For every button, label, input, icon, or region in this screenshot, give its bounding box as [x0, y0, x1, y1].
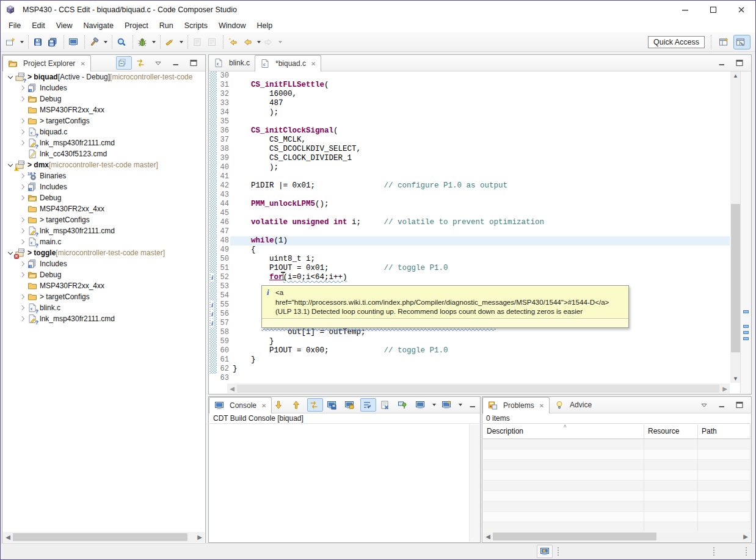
view-menu-button[interactable] — [151, 56, 167, 70]
console-output-area[interactable] — [209, 424, 470, 542]
annotation-ruler[interactable] — [209, 374, 217, 383]
tree-expander-icon[interactable] — [18, 237, 27, 247]
code-text[interactable]: CS_CLOCK_DIVIDER_1 — [230, 154, 730, 163]
menu-edit[interactable]: Edit — [26, 20, 51, 31]
tree-item-msp430fr2xx-4xx[interactable]: MSP430FR2xx_4xx — [3, 203, 205, 214]
collapse-all-button[interactable] — [116, 56, 132, 70]
scroll-up-icon[interactable]: ▲ — [730, 73, 741, 79]
tree-item-toggle[interactable]: CCS✕> toggle [microcontroller-test-code … — [3, 247, 205, 258]
close-tab-icon[interactable]: ✕ — [311, 60, 316, 67]
code-text[interactable]: CS_DCOCLKDIV_SELECT, — [230, 145, 730, 154]
tree-item-targetconfigs[interactable]: > targetConfigs — [3, 291, 205, 302]
tree-expander-icon[interactable] — [18, 193, 27, 203]
dropdown-caret-icon[interactable] — [104, 41, 107, 43]
close-view-icon[interactable]: ✕ — [261, 402, 266, 409]
last-edit-location-button[interactable] — [227, 35, 241, 49]
tree-expander-icon[interactable] — [18, 215, 27, 225]
overview-info-marker[interactable] — [743, 331, 749, 334]
annotation-ruler[interactable] — [209, 191, 217, 200]
flash-tool-button[interactable] — [164, 35, 178, 49]
annotation-ruler[interactable] — [209, 81, 217, 90]
back-button[interactable] — [241, 35, 256, 49]
annotation-ruler[interactable] — [209, 245, 217, 255]
tree-item-targetconfigs[interactable]: > targetConfigs — [3, 214, 205, 225]
maximize-button[interactable] — [187, 56, 203, 70]
menu-help[interactable]: Help — [251, 20, 278, 31]
annotation-ruler[interactable] — [209, 255, 217, 264]
previous-error-button[interactable] — [289, 398, 305, 412]
annotation-ruler[interactable] — [209, 90, 217, 99]
menu-window[interactable]: Window — [213, 20, 251, 31]
annotation-ruler[interactable] — [209, 282, 217, 291]
tree-expander-icon[interactable] — [18, 83, 27, 93]
editor-hscrollbar[interactable]: ◀ ▶ — [227, 384, 730, 393]
annotation-ruler[interactable] — [209, 172, 217, 181]
scroll-right-icon[interactable]: ▶ — [720, 385, 730, 392]
info-marker-icon[interactable]: i — [211, 273, 214, 282]
column-header-resource[interactable]: Resource — [644, 424, 698, 438]
scrollbar-thumb[interactable] — [13, 533, 187, 541]
tree-item-debug[interactable]: Debug — [3, 192, 205, 203]
scroll-right-icon[interactable]: ▶ — [741, 533, 751, 540]
code-text[interactable]: P1OUT = 0x00; // toggle P1.0 — [230, 346, 730, 355]
tree-item-biquad[interactable]: CCS?> biquad [Active - Debug] [microcont… — [3, 71, 205, 82]
console-vscrollbar[interactable] — [469, 424, 479, 542]
close-window-button[interactable] — [727, 1, 755, 19]
annotation-ruler[interactable]: i — [209, 300, 217, 310]
annotation-ruler[interactable]: i — [209, 273, 217, 282]
clear-console-button[interactable] — [378, 398, 394, 412]
scroll-left-icon[interactable]: ◀ — [483, 533, 493, 540]
dropdown-caret-icon[interactable] — [432, 404, 436, 406]
tab-project-explorer[interactable]: Project Explorer ✕ — [2, 55, 91, 71]
code-text[interactable]: while(1) — [230, 236, 730, 245]
code-text[interactable] — [230, 209, 730, 218]
tab-console[interactable]: Console ✕ — [209, 397, 272, 413]
code-text[interactable] — [230, 191, 730, 200]
tree-item-msp430fr2xx-4xx[interactable]: MSP430FR2xx_4xx — [3, 280, 205, 291]
code-text[interactable]: 16000, — [230, 90, 730, 99]
code-text[interactable]: P1DIR |= 0x01; // configure P1.0 as outp… — [230, 181, 730, 191]
annotation-ruler[interactable] — [209, 218, 217, 227]
editor-vscrollbar[interactable]: ▲ ▼ — [730, 71, 741, 383]
dropdown-caret-icon[interactable] — [459, 404, 462, 406]
code-text[interactable]: 487 — [230, 99, 730, 108]
quick-access-box[interactable]: Quick Access — [648, 36, 705, 48]
open-console-monitor-button[interactable] — [67, 35, 82, 49]
menu-run[interactable]: Run — [154, 20, 179, 31]
tree-expander-icon[interactable] — [18, 292, 27, 302]
annotation-ruler[interactable] — [209, 355, 217, 365]
maximize-button[interactable] — [733, 56, 749, 70]
code-text[interactable]: P1OUT = 0x01; // toggle P1.0 — [230, 264, 730, 273]
tab-biquad-c[interactable]: c *biquad.c ✕ — [255, 55, 321, 71]
code-text[interactable]: CS_MCLK, — [230, 136, 730, 145]
annotation-ruler[interactable] — [209, 126, 217, 136]
column-header-path[interactable]: Path — [698, 424, 751, 438]
tab-blink-c[interactable]: c blink.c — [209, 55, 255, 71]
annotation-ruler[interactable] — [209, 200, 217, 209]
code-text[interactable] — [230, 374, 730, 383]
tree-item-targetconfigs[interactable]: > targetConfigs — [3, 115, 205, 126]
code-text[interactable]: ); — [230, 108, 730, 117]
tree-item-main.c[interactable]: c?main.c — [3, 236, 205, 247]
minimize-window-button[interactable] — [671, 1, 699, 19]
overview-info-marker[interactable] — [743, 310, 749, 313]
code-text[interactable]: } — [230, 337, 730, 346]
tree-item-lnk-cc430f5123.cmd[interactable]: lnk_cc430f5123.cmd — [3, 148, 205, 159]
show-error-in-editor-button[interactable] — [307, 398, 323, 412]
annotation-ruler[interactable] — [209, 117, 217, 126]
code-text[interactable]: CS_initClockSignal( — [230, 126, 730, 136]
overview-info-marker[interactable] — [743, 325, 749, 328]
new-wizard-button[interactable] — [4, 35, 19, 49]
column-header-description[interactable]: Description˄ — [483, 424, 644, 438]
tree-item-dmx[interactable]: CCS> dmx [microcontroller-test-code mast… — [3, 159, 205, 170]
maximize-button[interactable] — [733, 398, 749, 412]
code-text[interactable] — [230, 71, 730, 81]
code-text[interactable] — [230, 117, 730, 126]
tree-expander-icon[interactable] — [18, 138, 27, 148]
annotation-ruler[interactable] — [209, 99, 217, 108]
code-text[interactable]: ); — [230, 163, 730, 172]
annotation-ruler[interactable] — [209, 227, 217, 236]
save-console-button[interactable] — [325, 398, 341, 412]
launch-button[interactable] — [115, 35, 130, 49]
annotation-ruler[interactable]: i — [209, 319, 217, 328]
